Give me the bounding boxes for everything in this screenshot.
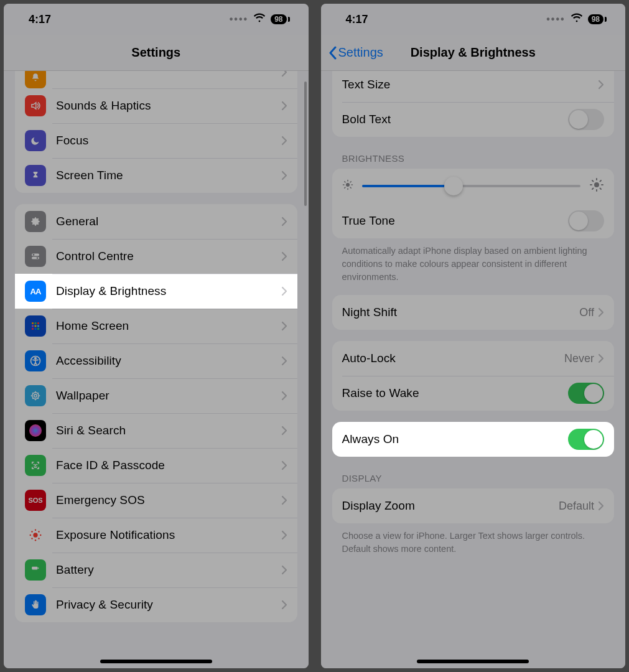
chevron-right-icon [281,530,287,540]
brightness-slider[interactable] [362,185,581,187]
svg-rect-29 [32,567,37,570]
settings-row-display-brightness[interactable]: AADisplay & Brightness [15,274,297,309]
svg-rect-10 [32,328,34,330]
settings-row-battery[interactable]: Battery [15,553,297,587]
row-raise-to-wake[interactable]: Raise to Wake [332,376,615,411]
cellular-dots-icon: •••• [230,14,248,25]
row-label: True Tone [342,214,569,228]
always-on-group: Always On [332,422,615,457]
row-label: Text Size [342,78,599,91]
settings-row-accessibility[interactable]: Accessibility [15,343,297,378]
settings-row-control-centre[interactable]: Control Centre [15,239,297,274]
chevron-right-icon [281,600,287,610]
raise-to-wake-toggle[interactable] [568,383,604,404]
svg-point-22 [35,539,36,541]
true-tone-toggle[interactable] [568,210,604,231]
svg-line-38 [344,187,345,188]
wifi-icon [571,13,583,26]
svg-point-24 [40,534,41,536]
svg-line-46 [600,189,602,190]
settings-row-exposure-notifications[interactable]: Exposure Notifications [15,518,297,553]
settings-row-general[interactable]: General [15,204,297,239]
settings-row-wallpaper[interactable]: Wallpaper [15,378,297,413]
svg-point-20 [33,533,37,537]
wallpaper-icon [25,385,46,406]
settings-list[interactable]: NotificationsSounds & HapticsFocusScreen… [4,71,309,668]
status-bar: 4:17 •••• 98 [321,4,626,35]
row-auto-lock[interactable]: Auto-LockNever [332,341,615,376]
chevron-right-icon [281,391,287,401]
switches-icon [25,246,46,267]
row-display-zoom[interactable]: Display ZoomDefault [332,488,615,523]
svg-point-17 [29,424,42,437]
svg-point-2 [33,254,35,256]
chevron-right-icon [598,353,604,363]
display-brightness-list[interactable]: Text SizeBold TextBrightnessTrue ToneAut… [321,71,626,668]
row-label: Privacy & Security [56,598,281,612]
chevron-right-icon [281,460,287,470]
svg-rect-6 [37,322,39,324]
always-on-toggle[interactable] [568,429,604,450]
row-text-size[interactable]: Text Size [332,71,615,102]
row-label: Screen Time [56,169,281,182]
row-label: Control Centre [56,250,281,263]
status-bar: 4:17 •••• 98 [4,4,309,35]
text-size-icon: AA [25,281,46,302]
settings-row-face-id-passcode[interactable]: Face ID & Passcode [15,448,297,483]
page-title: Display & Brightness [411,45,536,60]
chevron-right-icon [281,136,287,146]
chevron-right-icon [598,307,604,317]
svg-rect-4 [32,322,34,324]
settings-group: NotificationsSounds & HapticsFocusScreen… [15,71,297,193]
svg-rect-11 [35,328,37,330]
settings-row-emergency-sos[interactable]: SOSEmergency SOS [15,483,297,518]
row-true-tone[interactable]: True Tone [332,203,615,238]
svg-line-45 [592,180,594,182]
home-indicator[interactable] [417,660,529,663]
settings-row-notifications[interactable]: Notifications [15,71,297,88]
night-shift-group: Night ShiftOff [332,295,615,330]
settings-row-privacy-security[interactable]: Privacy & Security [15,587,297,622]
settings-row-focus[interactable]: Focus [15,123,297,158]
bold-text-toggle[interactable] [568,109,604,130]
chevron-right-icon [281,426,287,436]
row-night-shift[interactable]: Night ShiftOff [332,295,615,330]
row-bold-text[interactable]: Bold Text [332,102,615,137]
settings-row-siri-search[interactable]: Siri & Search [15,413,297,448]
status-time: 4:17 [29,13,51,26]
row-label: General [56,215,281,228]
svg-point-28 [38,538,39,539]
battery-icon: 98 [271,14,289,24]
row-label: Auto-Lock [342,352,564,365]
grid-icon [25,315,46,337]
chevron-right-icon [281,71,287,77]
sos-icon: SOS [25,490,46,511]
settings-row-home-screen[interactable]: Home Screen [15,309,297,343]
row-label: Face ID & Passcode [56,459,281,472]
home-indicator[interactable] [100,660,212,663]
row-label: Display Zoom [342,499,559,513]
svg-point-26 [38,531,39,532]
hand-icon [25,594,46,615]
settings-row-sounds-haptics[interactable]: Sounds & Haptics [15,88,297,123]
settings-group: GeneralControl CentreAADisplay & Brightn… [15,204,297,622]
chevron-right-icon [281,251,287,261]
svg-line-39 [350,182,351,182]
svg-point-23 [30,534,31,536]
status-time: 4:17 [346,13,368,26]
svg-rect-9 [37,325,39,327]
chevron-right-icon [281,286,287,296]
scrollbar[interactable] [304,82,307,206]
cellular-dots-icon: •••• [546,14,565,25]
svg-rect-12 [37,328,39,330]
chevron-right-icon [281,321,287,331]
row-label: Siri & Search [56,424,281,437]
back-button[interactable]: Settings [328,45,383,60]
row-value: Never [564,352,594,365]
row-always-on[interactable]: Always On [332,422,615,457]
settings-row-screen-time[interactable]: Screen Time [15,158,297,193]
row-label: Home Screen [56,319,281,333]
battery-icon [25,559,46,581]
exposure-icon [25,525,46,546]
row-label: Wallpaper [56,389,281,403]
